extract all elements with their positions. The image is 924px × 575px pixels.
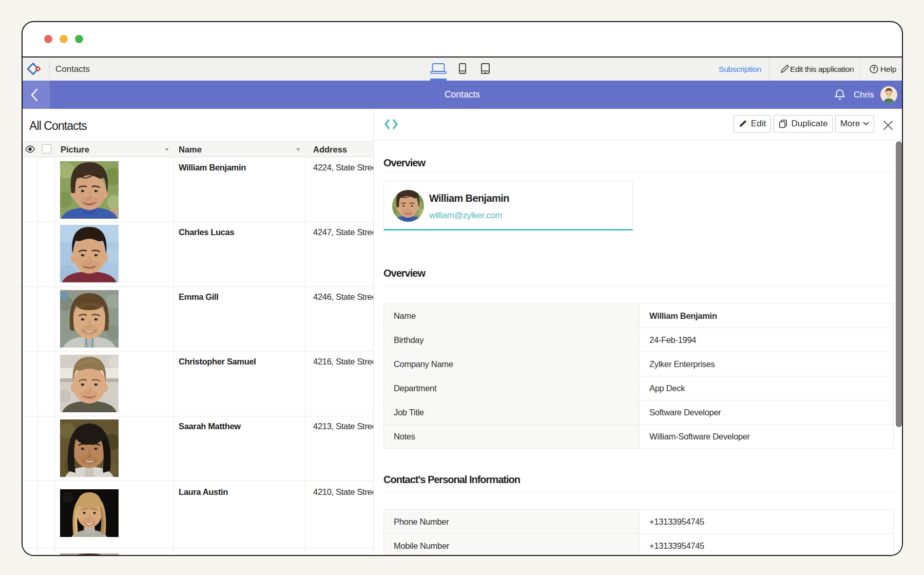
svg-text:?: ? <box>872 66 875 72</box>
